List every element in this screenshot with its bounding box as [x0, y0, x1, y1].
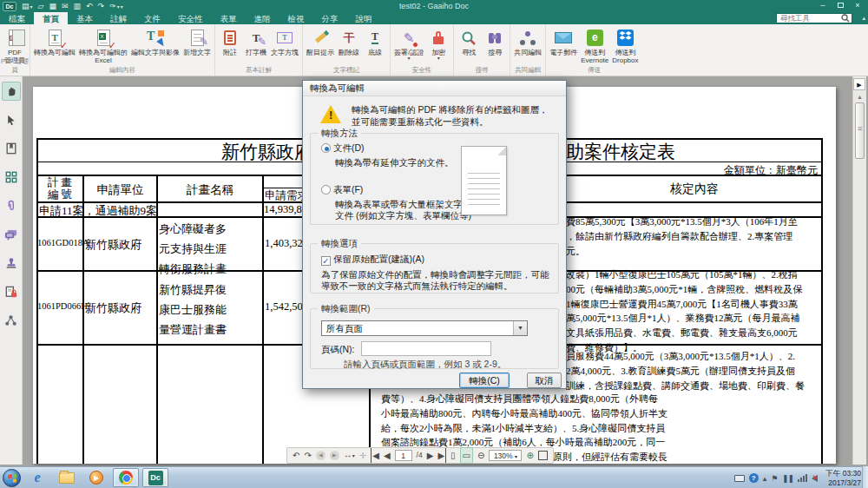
hidden-icons-chevron[interactable]: ▴ [763, 474, 767, 483]
tab-share[interactable]: 分享 [313, 12, 347, 24]
tab-comment[interactable]: 註解 [102, 12, 135, 24]
new-pdf-icon[interactable]: ▤ [22, 1, 30, 12]
scrollbar-thumb[interactable] [855, 102, 865, 159]
select-tool[interactable] [2, 110, 21, 129]
tab-home[interactable]: 首頁 [34, 12, 68, 24]
page-range-input[interactable] [361, 341, 491, 356]
keep-layout-checkbox[interactable]: ✓ 保留原始配置(建議)(A) [321, 254, 424, 266]
tab-form[interactable]: 表單 [212, 12, 246, 24]
typewriter-button[interactable]: T✎ 打字機 [243, 25, 269, 56]
customize-qat-icon[interactable]: ▾ [121, 3, 123, 10]
taskbar-clock[interactable]: 下午 03:30 2017/3/27 [825, 469, 861, 487]
taskbar-chrome-icon[interactable] [113, 468, 139, 487]
chevron-down-icon[interactable]: ▾ [30, 3, 33, 10]
fullscreen-icon[interactable] [538, 451, 548, 460]
back-icon[interactable]: ◀ [316, 451, 326, 460]
strikeout-button[interactable]: 干 刪除線 [336, 25, 362, 56]
comments-panel-icon[interactable] [2, 225, 21, 244]
share-panel-icon[interactable] [2, 311, 21, 330]
help-tray-icon[interactable]: ? [749, 473, 759, 483]
document-radio[interactable]: 文件(D) [321, 142, 365, 155]
dialog-title[interactable]: 轉換為可編輯 [303, 81, 566, 96]
zoom-in-icon[interactable]: ⊕ [526, 448, 533, 463]
save-icon[interactable]: ▦ [49, 1, 56, 12]
collapse-ribbon-icon[interactable]: ▴ [862, 15, 865, 22]
page-number-input[interactable] [395, 450, 412, 461]
add-text-button[interactable]: ✎ 新增文字 [181, 25, 213, 56]
action-center-flag-icon[interactable]: ⚑ [771, 474, 778, 483]
search-button[interactable]: 搜尋 [482, 25, 508, 56]
zoom-out-icon[interactable]: ⊖ [477, 448, 484, 463]
range-hint: 請輸入頁碼或頁面範圍，例如 3 或 2-9。 [344, 359, 506, 371]
last-page-icon[interactable]: ▶ [437, 448, 446, 463]
next-view-icon[interactable]: ↷ [304, 448, 311, 463]
print-icon[interactable]: ▥ [74, 1, 82, 12]
send-dropbox-button[interactable]: 傳送到 Dropbox [610, 25, 640, 64]
underline-button[interactable]: T 底線 [362, 25, 388, 56]
bookmarks-panel-icon[interactable] [2, 139, 21, 158]
previous-page-icon[interactable]: ◀ [384, 448, 391, 463]
edit-text-image-button[interactable]: T 編輯文字與影像 [129, 25, 181, 56]
tab-document[interactable]: 文件 [135, 12, 169, 24]
forward-icon[interactable]: ▶ [330, 451, 339, 460]
maximize-button[interactable] [832, 0, 849, 11]
stamp-tool-icon[interactable] [2, 254, 21, 273]
keyboard-tray-icon[interactable] [734, 475, 745, 482]
panel-expander-button[interactable]: ▶ [853, 78, 865, 90]
tab-advanced[interactable]: 進階 [246, 12, 279, 24]
taskbar-ie-icon[interactable]: e [24, 468, 50, 487]
tab-security[interactable]: 安全性 [169, 12, 212, 24]
search-icon[interactable] [841, 14, 850, 23]
convert-excel-button[interactable]: X✓ 轉換為可編輯的 Excel [77, 25, 129, 64]
co-edit-button[interactable]: 共同編輯 [512, 25, 543, 56]
hand-tool[interactable] [2, 82, 21, 101]
tab-help[interactable]: 說明 [347, 12, 381, 24]
first-page-icon[interactable]: ◀ [371, 448, 379, 463]
email-button[interactable]: 電子郵件 [548, 25, 579, 56]
fit-page-view-icon[interactable]: ▭ [460, 447, 473, 464]
previous-view-icon[interactable]: ↶ [293, 448, 299, 463]
network-icon[interactable] [798, 474, 807, 482]
pan-icon[interactable]: ✛ [359, 448, 366, 463]
attachments-panel-icon[interactable] [2, 196, 21, 215]
minimize-button[interactable]: – [814, 0, 832, 11]
tab-view[interactable]: 檢視 [279, 12, 313, 24]
find-button[interactable]: 尋找 [456, 25, 482, 56]
document-radio-desc: 轉換為帶有延伸文字的文件。 [335, 157, 474, 169]
tab-file[interactable]: 檔案 [0, 12, 34, 24]
security-panel-icon[interactable] [2, 282, 21, 301]
encrypt-button[interactable]: 加密 ▾ [425, 25, 451, 61]
highlight-button[interactable]: 醒目提示 [305, 25, 336, 56]
volume-muted-icon[interactable] [812, 475, 818, 482]
open-icon[interactable]: ▱ [38, 1, 44, 12]
taskbar-explorer-icon[interactable] [54, 468, 80, 487]
hand-quick-icon[interactable]: ✑ [109, 1, 116, 12]
next-page-icon[interactable]: ▶ [427, 448, 434, 463]
thumbnails-panel-icon[interactable] [2, 168, 21, 187]
show-desktop-button[interactable] [862, 466, 868, 488]
zoom-level-select[interactable]: 130% ▾ [489, 450, 522, 461]
tab-basic[interactable]: 基本 [68, 12, 102, 24]
form-radio[interactable]: 表單(F) [321, 184, 363, 196]
undo-icon[interactable]: ↶ [86, 1, 93, 12]
ime-indicator-icon[interactable]: ❚❚ [782, 474, 793, 483]
fit-width-icon[interactable]: ↔▾ [344, 447, 355, 464]
taskbar-media-player-icon[interactable]: ▶ [83, 468, 109, 487]
single-page-view-icon[interactable]: ▯ [450, 448, 456, 463]
convert-button[interactable]: 轉換(C) [459, 373, 510, 388]
start-button[interactable] [3, 469, 21, 487]
send-evernote-button[interactable]: e 傳送到 Evernote [579, 25, 610, 64]
cancel-button[interactable]: 取消 [527, 373, 562, 388]
email-icon[interactable]: ✉ [62, 1, 69, 12]
row1-id: 1061GD018A [37, 238, 82, 247]
scroll-up-icon[interactable]: ▲ [857, 94, 863, 100]
note-button[interactable]: 附註 [217, 25, 243, 56]
page-range-select[interactable]: 所有頁面▼ [321, 320, 528, 336]
redo-icon[interactable]: ↷ [98, 1, 105, 12]
chevron-down-icon[interactable]: ▾ [117, 3, 120, 10]
taskbar-gaaiho-icon[interactable]: Dc [142, 468, 168, 487]
textbox-button[interactable]: T 文字方塊 [269, 25, 300, 56]
sign-certify-button[interactable]: ✎ 簽署/認證 ▾ [392, 25, 425, 61]
convert-editable-button[interactable]: T✓ 轉換為可編輯 [32, 25, 77, 56]
close-button[interactable]: × [849, 0, 866, 11]
